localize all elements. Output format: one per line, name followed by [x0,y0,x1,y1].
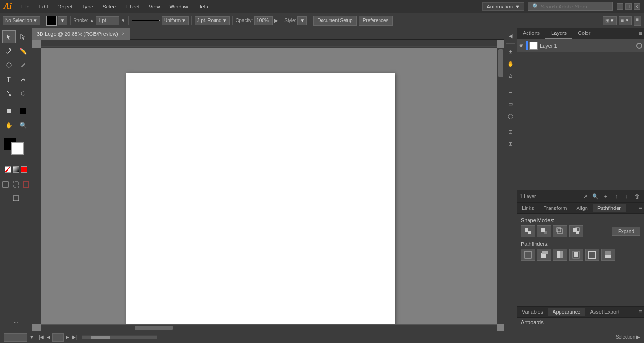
screen-mode-btn[interactable] [9,192,23,205]
crop-btn[interactable] [569,249,583,261]
direct-selection-tool[interactable] [17,30,30,43]
workspace-selector[interactable]: Automation ▼ [482,2,524,11]
first-page-btn[interactable]: |◀ [38,335,45,340]
icon-strip-rect[interactable]: ▭ [505,98,516,109]
menu-edit[interactable]: Edit [37,3,50,10]
stroke-up-icon[interactable]: ▲ [90,18,94,23]
very-bottom-panel-menu-btn[interactable]: ≡ [637,307,644,317]
shape-tool[interactable] [2,59,16,72]
last-page-btn[interactable]: ▶| [71,335,78,340]
tab-actions[interactable]: Actions [517,28,545,39]
zoom-input[interactable]: 20.88% [4,333,27,342]
horizontal-scroll-thumb[interactable] [135,326,173,330]
document-tab[interactable]: 3D Logo @ 20.88% (RGB/Preview) ✕ [32,28,130,40]
tab-appearance[interactable]: Appearance [548,308,585,316]
type-tool[interactable]: T [2,73,16,86]
minus-front-btn[interactable] [537,225,551,237]
canvas-container[interactable] [32,40,504,331]
divide-btn[interactable] [521,249,535,261]
document-tab-close[interactable]: ✕ [121,31,125,36]
page-input[interactable]: 1 [52,333,64,342]
menu-object[interactable]: Object [56,3,74,10]
zoom-dropdown-arrow[interactable]: ▼ [29,335,34,340]
document-setup-button[interactable]: Document Setup [313,16,357,26]
status-arrow-icon[interactable]: ▶ [636,335,640,340]
fill-stroke-box[interactable]: ▼ [46,16,67,26]
stroke-size-dropdown[interactable]: 3 pt. Round ▼ [195,16,230,25]
stroke-type-dropdown[interactable]: Uniform ▼ [162,16,189,25]
draw-mode-inside[interactable] [21,178,31,191]
zoom-tool[interactable]: 🔍 [17,118,30,132]
expand-button[interactable]: Expand [612,227,640,236]
next-page-btn[interactable]: ▶ [65,335,70,340]
search-box[interactable]: 🔍 [528,2,613,11]
vertical-scrollbar[interactable] [497,48,504,324]
layer-delete-btn[interactable]: 🗑 [633,192,641,201]
exclude-btn[interactable] [569,225,583,237]
minimize-button[interactable]: ─ [617,3,623,10]
opacity-input[interactable]: 100% [254,16,273,25]
stroke-down-icon[interactable]: ▼ [121,18,125,23]
restore-button[interactable]: ❐ [625,3,632,10]
icon-strip-hand[interactable]: ✋ [505,58,516,69]
hand-tool[interactable]: ✋ [2,118,16,132]
prev-page-btn[interactable]: ◀ [46,335,51,340]
layer-search-btn[interactable]: 🔍 [591,192,600,201]
menu-effect[interactable]: Effect [124,3,141,10]
draw-mode-back[interactable] [11,178,21,191]
gradient-swatch[interactable] [13,166,19,173]
paintbucket-tool[interactable] [2,87,16,100]
fill-dropdown[interactable]: ▼ [58,16,67,25]
stroke-input[interactable]: 1 pt [96,16,119,25]
tab-layers[interactable]: Layers [545,28,572,39]
menu-select[interactable]: Select [100,3,119,10]
tab-transform[interactable]: Transform [539,204,572,212]
tab-color[interactable]: Color [572,28,596,39]
trim-btn[interactable] [537,249,551,261]
layer-name[interactable]: Layer 1 [540,43,635,49]
menu-window[interactable]: Window [168,3,190,10]
line-tool[interactable] [17,59,30,72]
merge-btn[interactable] [553,249,567,261]
menu-file[interactable]: File [19,3,32,10]
selection-tool[interactable] [2,30,16,43]
intersect-btn[interactable] [553,225,567,237]
tab-variables[interactable]: Variables [517,308,548,316]
vertical-scroll-thumb[interactable] [498,49,503,77]
progress-bar[interactable] [82,335,157,339]
more-tools-btn[interactable]: ··· [9,316,23,329]
layer-visibility-toggle[interactable]: 👁 [519,43,524,48]
layer-move-down-btn[interactable]: ↓ [622,192,631,201]
pen-tool[interactable] [2,44,16,58]
tab-asset-export[interactable]: Asset Export [585,308,624,316]
icon-strip-puppet[interactable]: ♙ [505,70,516,82]
style-dropdown[interactable]: ▼ [297,16,307,25]
preferences-button[interactable]: Preferences [359,16,393,26]
search-input[interactable] [541,4,607,9]
no-selection-dropdown[interactable]: No Selection ▼ [3,16,40,25]
panel-menu-button[interactable]: ≡ [634,16,641,26]
layout-dropdown[interactable]: ≡ ▼ [619,16,632,25]
menu-view[interactable]: View [147,3,162,10]
layer-locate-btn[interactable]: ↗ [581,192,589,201]
menu-type[interactable]: Type [80,3,95,10]
selection-dropdown[interactable]: No Selection ▼ [3,16,40,25]
icon-strip-toggle[interactable]: ◀ [505,30,516,42]
icon-strip-asset[interactable]: ⊞ [505,138,516,150]
gradient-tool[interactable] [17,104,30,117]
layer-move-up-btn[interactable]: ↑ [612,192,620,201]
close-button[interactable]: ✕ [634,3,640,10]
color-swatch-small[interactable] [21,166,27,173]
opacity-arrow[interactable]: ▶ [274,18,278,23]
pencil-tool[interactable]: ✏️ [17,44,30,58]
fill-tool[interactable] [2,104,16,117]
icon-strip-grid[interactable]: ⊞ [505,46,516,57]
menu-help[interactable]: Help [196,3,210,10]
lasso-tool[interactable] [17,87,30,100]
icon-strip-lines[interactable]: ≡ [505,86,516,97]
horizontal-scrollbar[interactable] [41,324,497,331]
layer-target[interactable] [636,43,642,49]
bottom-panel-menu-btn[interactable]: ≡ [637,203,644,213]
fill-swatch[interactable] [46,16,57,26]
tab-links[interactable]: Links [517,204,539,212]
